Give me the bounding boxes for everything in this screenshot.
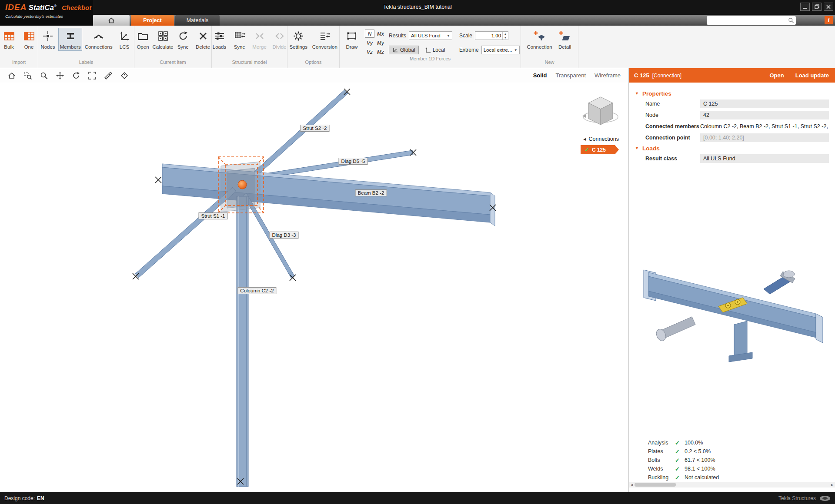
property-row-node: Node 42: [629, 109, 835, 121]
chevron-down-icon: ▼: [447, 34, 450, 38]
properties-section-header[interactable]: ▼ Properties: [629, 89, 835, 98]
member-label-strut-s2[interactable]: Strut S2 -2: [301, 125, 330, 132]
new-connection-button[interactable]: Connection: [524, 28, 554, 51]
toggle-N[interactable]: N: [365, 30, 374, 38]
scale-input[interactable]: [475, 32, 502, 40]
lcs-labels-button[interactable]: LCS: [115, 28, 134, 51]
search-input[interactable]: [707, 16, 786, 24]
check-row-plates: Plates ✓ 0.2 < 5.0%: [648, 447, 831, 456]
measure-button[interactable]: [102, 70, 115, 81]
member-label-beam-b2[interactable]: Beam B2 -2: [355, 189, 387, 196]
new-detail-icon: [559, 30, 571, 42]
member-label-diag-d3[interactable]: Diag D3 -3: [270, 232, 299, 239]
global-axes-icon: [392, 47, 398, 53]
merge-button[interactable]: Merge: [250, 28, 269, 51]
zoom-window-button[interactable]: [21, 70, 34, 81]
member-label-column-c2[interactable]: Coloumn C2 -2: [237, 287, 276, 294]
conversion-icon: [319, 30, 331, 42]
rotate-view-button[interactable]: [70, 70, 83, 81]
conversion-button[interactable]: Conversion: [310, 28, 339, 51]
global-axes-button[interactable]: Global: [389, 46, 419, 54]
open-button[interactable]: Open: [134, 28, 153, 51]
local-axes-button[interactable]: Local: [421, 46, 449, 54]
property-row-result-class: Result class All ULS Fund: [629, 153, 835, 164]
tree-collapse-icon: ◀: [583, 137, 586, 141]
toggle-Vy[interactable]: Vy: [365, 39, 374, 47]
info-button[interactable]: i: [825, 16, 833, 24]
panel-horizontal-scrollbar[interactable]: ◄ ►: [629, 482, 835, 487]
toggle-Mz[interactable]: Mz: [376, 48, 385, 56]
mode-transparent[interactable]: Transparent: [555, 72, 586, 79]
ribbon-group-member-forces: Draw N Mx Vy My Vz Mz Results All ULS Fu…: [340, 26, 521, 68]
merge-icon: [254, 30, 266, 42]
tekla-logo-icon: [819, 495, 831, 501]
scroll-left-icon[interactable]: ◄: [629, 483, 635, 487]
design-code-value: EN: [37, 495, 44, 501]
group-caption-import: Import: [0, 60, 38, 68]
brand-label: Tekla Structures: [778, 495, 816, 501]
scroll-right-icon[interactable]: ►: [829, 483, 835, 487]
tab-home[interactable]: [93, 15, 130, 26]
extreme-dropdown[interactable]: Local extre... ▼: [481, 46, 520, 54]
scale-spinner[interactable]: ▲▼: [502, 32, 508, 40]
connections-tree-header[interactable]: ◀ Connections: [583, 136, 619, 142]
rotate-icon: [72, 71, 80, 80]
label-tag-button[interactable]: [118, 70, 131, 81]
close-button[interactable]: [824, 3, 833, 11]
loads-section-header[interactable]: ▼ Loads: [629, 143, 835, 153]
nodes-labels-button[interactable]: Nodes: [38, 28, 57, 51]
scene-svg[interactable]: [0, 83, 628, 492]
status-bar: Design code:EN Tekla Structures: [0, 492, 835, 504]
maximize-button[interactable]: [812, 3, 822, 11]
gear-icon: [292, 30, 304, 42]
logo-tagline: Calculate yesterday's estimates: [5, 14, 93, 19]
draw-forces-button[interactable]: Draw: [342, 28, 361, 56]
sync-model-button[interactable]: Sync: [230, 28, 249, 51]
search-box[interactable]: [707, 16, 796, 25]
settings-button[interactable]: Settings: [287, 28, 309, 51]
results-dropdown[interactable]: All ULS Fund ▼: [409, 31, 452, 40]
new-detail-button[interactable]: Detail: [555, 28, 574, 51]
navigation-cube[interactable]: [581, 92, 621, 133]
window-title: Tekla structures_BIM tutorial: [383, 4, 452, 10]
loads-button[interactable]: Loads: [210, 28, 229, 51]
ribbon-group-options: Settings Conversion Options: [287, 26, 340, 68]
panel-open-button[interactable]: Open: [769, 72, 784, 79]
joint-node-sphere[interactable]: [238, 180, 247, 189]
pan-button[interactable]: [53, 70, 67, 81]
fit-view-button[interactable]: [86, 70, 99, 81]
tab-materials[interactable]: Materials: [175, 15, 220, 26]
toggle-My[interactable]: My: [376, 39, 385, 47]
minimize-button[interactable]: [800, 3, 810, 11]
pan-icon: [56, 71, 64, 80]
mode-wireframe[interactable]: Wireframe: [595, 72, 621, 79]
name-field[interactable]: C 125: [700, 99, 829, 108]
3d-viewport[interactable]: Strut S2 -2 Diag D5 -5 Beam B2 -2 Strut …: [0, 83, 628, 492]
connection-preview[interactable]: [633, 233, 831, 394]
tree-item-c125[interactable]: ✓ C 125: [581, 145, 619, 154]
connections-labels-button[interactable]: Connections: [83, 28, 114, 51]
scrollbar-thumb[interactable]: [635, 483, 676, 487]
divide-button[interactable]: Divide: [270, 28, 289, 51]
member-label-strut-s1[interactable]: Strut S1 -1: [199, 212, 228, 219]
result-class-field[interactable]: All ULS Fund: [700, 154, 829, 163]
nodes-icon: [42, 30, 54, 42]
toggle-Vz[interactable]: Vz: [365, 48, 374, 56]
panel-load-update-button[interactable]: Load update: [795, 72, 829, 79]
node-field[interactable]: 42: [700, 111, 829, 119]
zoom-button[interactable]: [37, 70, 50, 81]
bulk-import-button[interactable]: Bulk: [0, 28, 19, 51]
one-import-button[interactable]: One: [20, 28, 39, 51]
member-column-c2[interactable]: [237, 196, 248, 487]
mode-solid[interactable]: Solid: [533, 72, 547, 79]
toggle-Mx[interactable]: Mx: [376, 30, 385, 38]
tab-project[interactable]: Project: [131, 15, 174, 26]
calculate-button[interactable]: Calculate: [154, 28, 173, 51]
sync-current-button[interactable]: Sync: [174, 28, 193, 51]
member-end-markers: [133, 89, 496, 484]
view-home-button[interactable]: [5, 70, 18, 81]
members-labels-button[interactable]: Members: [58, 28, 82, 51]
scale-stepper[interactable]: ▲▼: [475, 31, 508, 40]
member-label-diag-d5[interactable]: Diag D5 -5: [339, 158, 368, 165]
property-row-name: Name C 125: [629, 98, 835, 109]
